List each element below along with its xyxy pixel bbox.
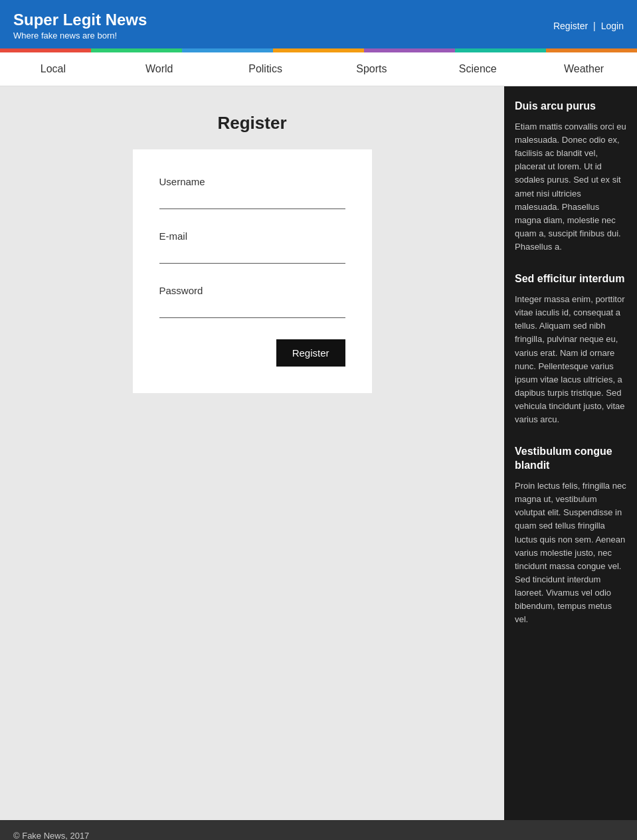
sidebar-article-3-body: Proin lectus felis, fringilla nec magna … bbox=[515, 479, 626, 627]
register-link[interactable]: Register bbox=[553, 21, 588, 31]
sidebar-article-1-title: Duis arcu purus bbox=[515, 100, 626, 114]
nav-item-weather[interactable]: Weather bbox=[531, 52, 637, 86]
site-footer: © Fake News, 2017 bbox=[0, 820, 637, 840]
sidebar: Duis arcu purus Etiam mattis convallis o… bbox=[504, 86, 637, 820]
password-group: Password bbox=[159, 285, 345, 318]
sidebar-article-2-title: Sed efficitur interdum bbox=[515, 272, 626, 286]
site-title: Super Legit News bbox=[13, 11, 147, 29]
auth-separator: | bbox=[593, 21, 596, 31]
header-auth: Register | Login bbox=[553, 21, 624, 31]
main-content: Register Username E-mail Password Regist… bbox=[0, 86, 504, 820]
username-input[interactable] bbox=[159, 193, 345, 209]
site-header: Super Legit News Where fake news are bor… bbox=[0, 0, 637, 48]
sidebar-article-3-title: Vestibulum congue blandit bbox=[515, 445, 626, 473]
site-tagline: Where fake news are born! bbox=[13, 31, 147, 41]
register-form-container: Username E-mail Password Register bbox=[133, 149, 372, 393]
form-actions: Register bbox=[159, 339, 345, 367]
sidebar-article-2: Sed efficitur interdum Integer massa eni… bbox=[515, 272, 626, 426]
password-input[interactable] bbox=[159, 301, 345, 318]
sidebar-article-2-body: Integer massa enim, porttitor vitae iacu… bbox=[515, 293, 626, 426]
nav-item-world[interactable]: World bbox=[106, 52, 213, 86]
nav-item-sports[interactable]: Sports bbox=[318, 52, 424, 86]
username-label: Username bbox=[159, 176, 345, 187]
password-label: Password bbox=[159, 285, 345, 296]
username-group: Username bbox=[159, 176, 345, 209]
footer-text: © Fake News, 2017 bbox=[13, 831, 89, 840]
page-layout: Register Username E-mail Password Regist… bbox=[0, 86, 637, 820]
email-group: E-mail bbox=[159, 230, 345, 264]
brand: Super Legit News Where fake news are bor… bbox=[13, 11, 147, 41]
nav-item-politics[interactable]: Politics bbox=[213, 52, 319, 86]
nav-item-local[interactable]: Local bbox=[0, 52, 106, 86]
login-link[interactable]: Login bbox=[601, 21, 624, 31]
sidebar-article-1-body: Etiam mattis convallis orci eu malesuada… bbox=[515, 120, 626, 254]
sidebar-article-3: Vestibulum congue blandit Proin lectus f… bbox=[515, 445, 626, 626]
page-title: Register bbox=[217, 113, 286, 133]
register-submit-button[interactable]: Register bbox=[276, 339, 345, 367]
nav-item-science[interactable]: Science bbox=[424, 52, 531, 86]
main-nav: Local World Politics Sports Science Weat… bbox=[0, 52, 637, 86]
email-input[interactable] bbox=[159, 247, 345, 264]
sidebar-article-1: Duis arcu purus Etiam mattis convallis o… bbox=[515, 100, 626, 254]
email-label: E-mail bbox=[159, 230, 345, 242]
